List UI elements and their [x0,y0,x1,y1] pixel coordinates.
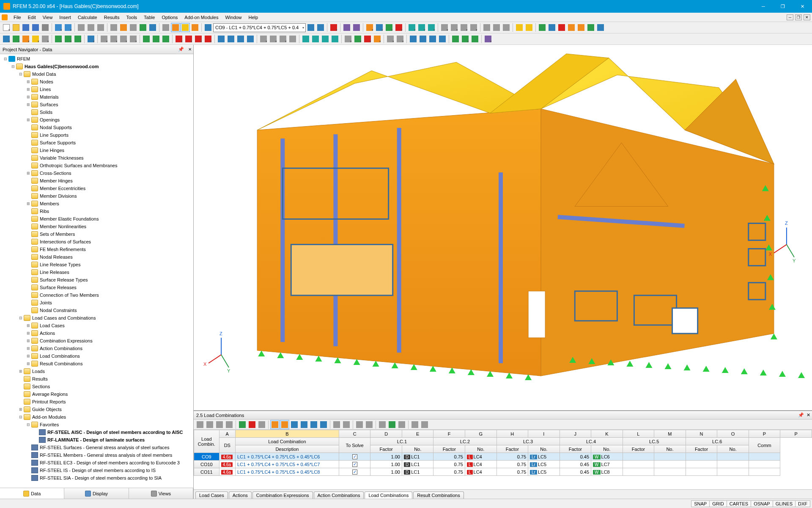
snap-button[interactable] [450,23,459,32]
tree-loads[interactable]: ⊞Loads [0,367,193,375]
tree-project[interactable]: ⊟Haus Gables(C)bensonwood.com [0,63,193,70]
cut-button[interactable] [77,23,86,32]
m5-button[interactable] [576,23,586,32]
menu-results[interactable]: Results [101,14,123,21]
bp-goto[interactable] [355,420,364,429]
transparent-button[interactable] [190,23,200,32]
rotate-button2[interactable] [129,34,138,44]
panel-close-icon[interactable]: ✕ [807,412,810,418]
wireframe-button[interactable] [161,23,170,32]
nav-tab-data[interactable]: Data [0,488,64,499]
mload-button[interactable] [194,34,203,44]
tree-root[interactable]: ⊟RFEM [0,55,193,63]
opt3-button[interactable] [428,34,437,44]
show-load-button[interactable] [363,34,372,44]
view-iso-button[interactable] [301,34,310,44]
bp-sel2[interactable] [280,420,289,429]
sel-rect-button[interactable] [259,34,268,44]
panel-tab-4[interactable]: Load Combinations [365,491,412,499]
load-combinations-grid[interactable]: LoadCombin.ABCDEFGHIJKLMNOPP DSLoad Comb… [194,430,812,476]
stress-button[interactable] [394,23,403,32]
tree-model-data[interactable]: ⊟Model Data [0,70,193,78]
mirror-button[interactable] [119,34,128,44]
bp-sel5[interactable] [309,420,318,429]
menu-options[interactable]: Options [158,14,181,21]
m2-button[interactable] [547,23,557,32]
save-all-button[interactable] [31,23,40,32]
status-cartes[interactable]: CARTES [727,500,751,507]
loadcase-combo[interactable]: CO9 - LC1 + 0.75*LC4 + 0.75*LC5 + 0.4 [213,23,306,32]
opt4-button[interactable] [438,34,447,44]
tree-lcc-4[interactable]: ⊞Load Combinations [0,352,193,360]
paste-button[interactable] [96,23,105,32]
grid-button[interactable] [440,23,449,32]
view-z-button[interactable] [330,34,340,44]
show-num-button[interactable] [343,34,353,44]
bp-next[interactable] [215,420,224,429]
show-res-button[interactable] [373,34,382,44]
row-id[interactable]: CO11 [194,468,219,476]
panel-pin-icon[interactable]: 📌 [798,412,804,418]
lload-button[interactable] [184,34,193,44]
ex3-button[interactable] [470,34,480,44]
menu-window[interactable]: Window [222,14,245,21]
tree-lcc-2[interactable]: ⊞Combination Expressions [0,337,193,345]
bp-sel6[interactable] [319,420,328,429]
ex1-button[interactable] [451,34,460,44]
tree-mod-0[interactable]: ▪RF-STEEL Surfaces - General stress anal… [0,444,193,451]
tree-avg[interactable]: ▪Average Regions [0,390,193,398]
tree-lcc-0[interactable]: ⊞Load Cases [0,322,193,329]
tree-md-16[interactable]: ⊞Members [0,200,193,207]
select-button[interactable] [148,23,157,32]
tree-md-20[interactable]: ▪Sets of Members [0,230,193,238]
note-button[interactable] [524,23,534,32]
mdi-minimize[interactable]: ─ [787,14,793,20]
ssupport-button[interactable] [161,34,170,44]
tree-fav-1[interactable]: ▪RF-LAMINATE - Design of laminate surfac… [0,436,193,444]
m3-button[interactable] [557,23,566,32]
tree-md-1[interactable]: ⊞Lines [0,86,193,93]
next-lc-button[interactable] [316,23,325,32]
bp-del[interactable] [247,420,257,429]
co-button[interactable] [236,34,245,44]
bp-find[interactable] [365,420,374,429]
mdi-restore[interactable]: ❐ [795,14,802,20]
tree-md-18[interactable]: ▪Member Elastic Foundations [0,215,193,223]
panel-tab-3[interactable]: Action Combinations [314,491,364,499]
panel-tab-1[interactable]: Actions [229,491,252,499]
tree-mod-1[interactable]: ▪RF-STEEL Members - General stress analy… [0,451,193,459]
deform-button[interactable] [375,23,384,32]
tree-mod-2[interactable]: ▪RF-STEEL EC3 - Design of steel members … [0,459,193,467]
results-button[interactable] [365,23,374,32]
status-osnap[interactable]: OSNAP [751,500,773,507]
status-grid[interactable]: GRID [709,500,727,507]
bp-first[interactable] [195,420,205,429]
save-button[interactable] [21,23,30,32]
bp-ins[interactable] [238,420,247,429]
tree-addon[interactable]: ⊟Add-on Modules [0,413,193,421]
tree-md-6[interactable]: ▪Nodal Supports [0,124,193,131]
bp-export[interactable] [397,420,406,429]
move-button[interactable] [99,34,109,44]
panel-tab-5[interactable]: Result Combinations [413,491,464,499]
bp-prev[interactable] [205,420,214,429]
undo-button[interactable] [54,23,63,32]
menu-edit[interactable]: Edit [25,14,39,21]
tree-md-3[interactable]: ⊞Surfaces [0,101,193,108]
poly-button[interactable] [73,34,82,44]
tree-fav-0[interactable]: ▪RF-STEEL AISC - Design of steel members… [0,428,193,436]
set-button[interactable] [86,34,96,44]
tree-md-8[interactable]: ▪Surface Supports [0,139,193,146]
sload-button[interactable] [203,34,213,44]
node-button[interactable] [2,34,11,44]
tree-results[interactable]: ▪Results [0,375,193,383]
meas-angle-button[interactable] [492,23,501,32]
tree-md-26[interactable]: ▪Surface Release Types [0,276,193,284]
menu-insert[interactable]: Insert [56,14,74,21]
menu-tools[interactable]: Tools [123,14,140,21]
tree-md-30[interactable]: ▪Nodal Constraints [0,306,193,314]
tree-md-13[interactable]: ▪Member Hinges [0,177,193,185]
tree-lcc[interactable]: ⊟Load Cases and Combinations [0,314,193,322]
nsupport-button[interactable] [142,34,151,44]
panel-tab-0[interactable]: Load Cases [195,491,228,499]
